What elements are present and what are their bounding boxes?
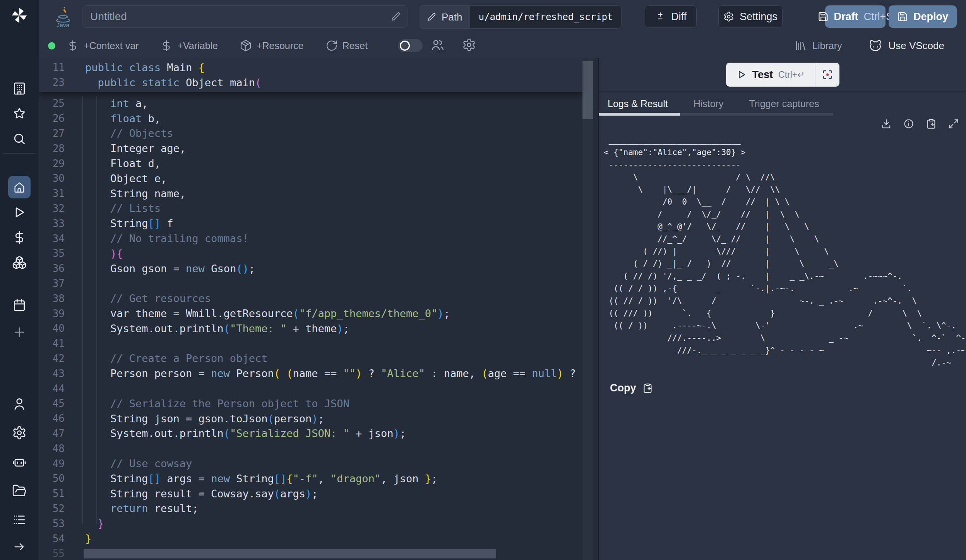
script-summary-input[interactable]: Untitled [82, 5, 408, 28]
line-number: 41 [39, 338, 65, 349]
folder-icon [12, 483, 27, 498]
add-resource-button[interactable]: +Resource [240, 39, 304, 52]
code-line-46[interactable]: 46 String json = gson.toJson(person); [39, 411, 582, 426]
code-line-43[interactable]: 43 Person person = new Person( (name == … [39, 366, 582, 381]
code-line-39[interactable]: 39 var theme = Wmill.getResource("f/app_… [39, 306, 582, 321]
sidebar-item-search[interactable] [8, 128, 31, 150]
code-line-34[interactable]: 34 // No trailing commas! [39, 231, 582, 246]
code-line-53[interactable]: 53 } [39, 516, 582, 531]
line-number: 43 [39, 368, 65, 379]
script-path-button[interactable]: Path u/admin/refreshed_script [419, 5, 622, 29]
settings-button[interactable]: Settings [718, 5, 783, 28]
code-line-44[interactable]: 44 [39, 381, 582, 396]
sidebar-item-runs[interactable] [8, 201, 31, 224]
diff-button[interactable]: Diff [645, 5, 697, 28]
result-tabs: Logs & ResultHistoryTrigger captures [599, 92, 966, 116]
code-line-29[interactable]: 29 Float d, [39, 156, 582, 171]
reset-button[interactable]: Reset [325, 39, 368, 52]
code-line-50[interactable]: 50 String[] args = new String[]{"-f", "d… [39, 471, 582, 486]
sidebar-item-home[interactable] [8, 176, 31, 198]
editor-vertical-scrollbar-handle[interactable] [582, 61, 593, 119]
code-line-27[interactable]: 27 // Objects [39, 126, 582, 141]
diff-mode-toggle[interactable] [398, 39, 423, 52]
code-line-35[interactable]: 35 ){ [39, 246, 582, 261]
capture-test-button[interactable] [815, 63, 839, 87]
editor-vertical-scrollbar[interactable] [582, 58, 593, 560]
settings-label: Settings [740, 11, 778, 23]
sidebar-item-audit-logs[interactable] [8, 509, 31, 531]
code-line-36[interactable]: 36 Gson gson = new Gson(); [39, 261, 582, 276]
sidebar-item-instance-settings[interactable] [8, 422, 31, 444]
info-icon[interactable] [903, 118, 914, 129]
play-icon [736, 69, 747, 80]
copy-result-button[interactable]: Copy [610, 382, 653, 394]
editor-horizontal-scrollbar-handle[interactable] [84, 549, 496, 558]
code-line-49[interactable]: 49 // Use cowsay [39, 456, 582, 471]
deploy-label: Deploy [913, 11, 948, 23]
line-content: public static Object main( [85, 77, 261, 89]
sidebar-item-schedules[interactable] [8, 294, 31, 316]
code-line-30[interactable]: 30 Object e, [39, 171, 582, 186]
sidebar-item-folders[interactable] [8, 480, 31, 502]
code-line-28[interactable]: 28 Integer age, [39, 141, 582, 156]
windmill-logo[interactable] [10, 7, 28, 24]
line-number: 29 [39, 158, 65, 169]
line-number: 30 [39, 172, 65, 184]
line-content: // Create a Person object [85, 352, 267, 364]
line-number: 53 [39, 518, 65, 529]
expand-icon[interactable] [948, 118, 959, 129]
sidebar-item-expand-sidebar[interactable] [8, 536, 31, 558]
deploy-button[interactable]: Deploy [889, 5, 957, 28]
code-line-25[interactable]: 25 int a, [39, 96, 582, 111]
code-line-33[interactable]: 33 String[] f [39, 216, 582, 231]
star-icon [12, 106, 27, 121]
code-line-52[interactable]: 52 return result; [39, 501, 582, 516]
code-line-41[interactable]: 41 [39, 336, 582, 351]
sidebar-item-variables[interactable] [8, 226, 31, 249]
sidebar-item-account[interactable] [8, 393, 31, 415]
code-line-31[interactable]: 31 String name, [39, 186, 582, 201]
download-icon[interactable] [881, 118, 892, 129]
add-variable-button[interactable]: +Variable [160, 39, 218, 52]
code-lines: 25 int a,26 float b,27 // Objects28 Inte… [39, 58, 582, 560]
line-number: 27 [39, 128, 65, 139]
code-line-37[interactable]: 37 [39, 276, 582, 291]
sidebar-item-workers[interactable] [8, 451, 31, 473]
tab-history[interactable]: History [694, 98, 724, 109]
tab-logs-result[interactable]: Logs & Result [608, 98, 668, 109]
code-line-32[interactable]: 32 // Lists [39, 201, 582, 216]
code-line-47[interactable]: 47 System.out.println("Serialized JSON: … [39, 426, 582, 441]
code-line-26[interactable]: 26 float b, [39, 111, 582, 126]
use-vscode-button[interactable]: Use VScode [869, 39, 944, 52]
code-line-54[interactable]: 54} [39, 531, 582, 546]
sidebar-item-workspaces[interactable] [8, 77, 31, 100]
code-line-42[interactable]: 42 // Create a Person object [39, 351, 582, 366]
sidebar-item-resources[interactable] [8, 251, 31, 274]
line-number: 51 [39, 488, 65, 499]
line-number: 46 [39, 413, 65, 424]
test-button[interactable]: Test Ctrl+↵ [726, 63, 815, 87]
users-icon[interactable] [430, 38, 444, 52]
sidebar-item-favorites[interactable] [8, 102, 31, 125]
code-line-48[interactable]: 48 [39, 441, 582, 456]
sidebar-item-create[interactable] [8, 321, 31, 343]
preview-panel: Test Ctrl+↵ Logs & ResultHistoryTrigger … [599, 58, 966, 560]
script-path-value: u/admin/refreshed_script [470, 6, 622, 28]
code-line-23[interactable]: 23 public static Object main( [39, 75, 582, 90]
library-button[interactable]: Library [795, 39, 842, 52]
edit-pencil-icon[interactable] [391, 12, 401, 22]
line-content: // Use cowsay [85, 458, 192, 470]
code-line-40[interactable]: 40 System.out.println("Theme: " + theme)… [39, 321, 582, 336]
code-line-11[interactable]: 11public class Main { [39, 60, 582, 75]
add-context-var-button[interactable]: +Context var [67, 39, 139, 52]
tab-trigger-captures[interactable]: Trigger captures [749, 98, 819, 109]
draft-button[interactable]: Draft Ctrl+S [825, 5, 886, 28]
code-editor[interactable]: 25 int a,26 float b,27 // Objects28 Inte… [39, 58, 598, 560]
copy-to-clipboard-icon[interactable] [926, 118, 937, 129]
code-line-51[interactable]: 51 String result = Cowsay.say(args); [39, 486, 582, 501]
code-line-38[interactable]: 38 // Get resources [39, 291, 582, 306]
gear-icon[interactable] [462, 38, 476, 52]
line-content: Person person = new Person( (name == "")… [85, 367, 576, 379]
code-line-45[interactable]: 45 // Serialize the Person object to JSO… [39, 396, 582, 411]
copy-label: Copy [610, 382, 636, 394]
